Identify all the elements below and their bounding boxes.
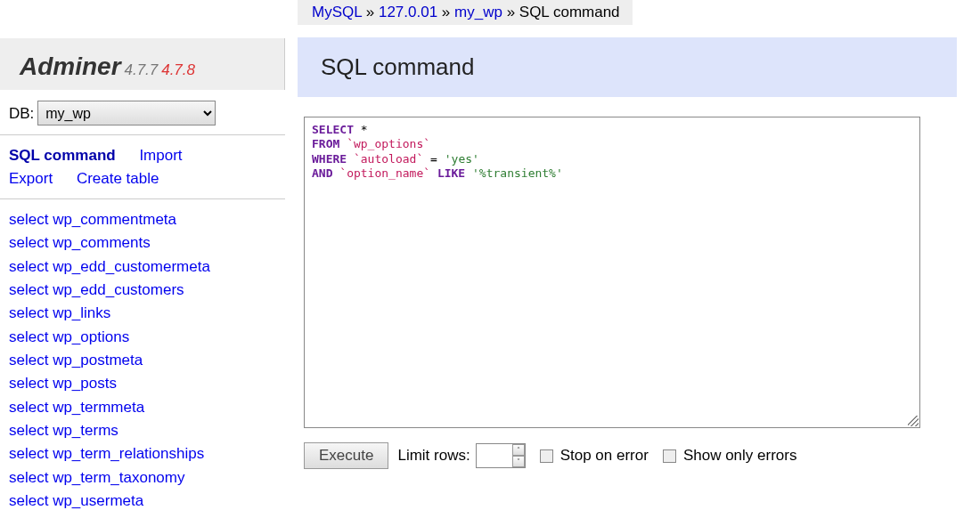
sql-keyword: SELECT — [312, 123, 354, 136]
app-version-current: 4.7.7 — [124, 61, 158, 78]
table-link[interactable]: select wp_links — [9, 302, 276, 325]
db-select[interactable]: my_wp — [37, 101, 216, 125]
db-label: DB: — [9, 105, 34, 122]
sql-identifier: `option_name` — [339, 166, 430, 180]
db-selector-row: DB: my_wp — [0, 90, 285, 135]
breadcrumb-sep: » — [502, 4, 519, 20]
app-name: Adminer — [20, 53, 121, 80]
sql-string: '%transient%' — [472, 166, 563, 180]
sql-keyword: AND — [312, 166, 332, 180]
table-link[interactable]: select wp_commentmeta — [9, 208, 276, 231]
stop-on-error-label: Stop on error — [560, 447, 649, 465]
execute-button[interactable]: Execute — [304, 442, 388, 469]
table-link[interactable]: select wp_edd_customermeta — [9, 255, 276, 279]
nav-links: SQL command Import Export Create table — [0, 135, 285, 199]
show-only-errors-checkbox[interactable] — [663, 449, 676, 463]
show-only-errors-label: Show only errors — [683, 447, 797, 465]
breadcrumb-server[interactable]: MySQL — [312, 4, 362, 20]
sql-text: = — [423, 152, 444, 166]
breadcrumb: MySQL » 127.0.01 » my_wp » SQL command — [298, 0, 633, 25]
table-link[interactable]: select wp_termmeta — [9, 396, 276, 419]
sql-text: * — [354, 123, 368, 136]
table-link[interactable]: select wp_comments — [9, 231, 276, 255]
nav-export[interactable]: Export — [9, 170, 53, 187]
sql-string: 'yes' — [445, 152, 479, 166]
nav-sql-command[interactable]: SQL command — [9, 147, 116, 164]
sql-keyword: LIKE — [437, 166, 465, 180]
breadcrumb-host[interactable]: 127.0.01 — [379, 4, 437, 20]
page-title-bar: SQL command — [298, 37, 957, 97]
stop-on-error-checkbox[interactable] — [540, 449, 553, 463]
breadcrumb-sep: » — [362, 4, 379, 20]
spinner-down-icon[interactable]: ˅ — [512, 456, 525, 467]
sql-identifier: `wp_options` — [347, 137, 430, 150]
table-link[interactable]: select wp_options — [9, 326, 276, 349]
sql-keyword: WHERE — [312, 152, 347, 166]
page-title: SQL command — [321, 53, 957, 81]
breadcrumb-database[interactable]: my_wp — [454, 4, 502, 20]
table-link[interactable]: select wp_term_taxonomy — [9, 466, 276, 490]
table-link[interactable]: select wp_terms — [9, 419, 276, 442]
sql-identifier: `autoload` — [354, 152, 423, 166]
table-link[interactable]: select wp_term_relationships — [9, 442, 276, 465]
logo-block: Adminer 4.7.7 4.7.8 — [0, 38, 285, 90]
tables-list: select wp_commentmeta select wp_comments… — [0, 199, 285, 510]
app-version-available: 4.7.8 — [161, 61, 195, 78]
sql-keyword: FROM — [312, 137, 339, 150]
breadcrumb-current: SQL command — [519, 4, 620, 20]
table-link[interactable]: select wp_posts — [9, 372, 276, 395]
execute-controls: Execute Limit rows: ˄ ˅ Stop on error Sh… — [304, 442, 980, 469]
breadcrumb-sep: » — [437, 4, 454, 20]
spinner-up-icon[interactable]: ˄ — [512, 444, 525, 456]
table-link[interactable]: select wp_edd_customers — [9, 279, 276, 302]
limit-rows-label: Limit rows: — [397, 447, 470, 465]
sql-textarea[interactable]: SELECT * FROM `wp_options` WHERE `autolo… — [304, 117, 920, 428]
nav-create-table[interactable]: Create table — [77, 170, 159, 187]
table-link[interactable]: select wp_usermeta — [9, 490, 276, 510]
resize-handle-icon[interactable] — [908, 416, 919, 426]
nav-import[interactable]: Import — [139, 147, 182, 164]
table-link[interactable]: select wp_postmeta — [9, 349, 276, 372]
